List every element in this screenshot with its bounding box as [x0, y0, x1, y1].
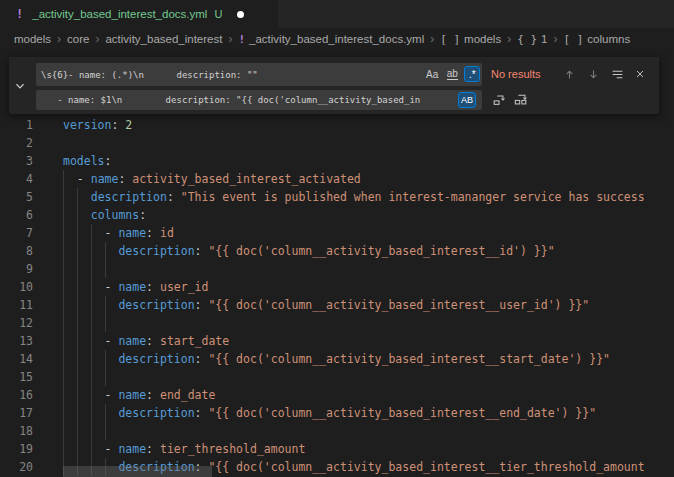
line-number[interactable]: 5 — [0, 188, 33, 206]
code-line[interactable]: 16 - name: end_date — [0, 386, 674, 404]
line-number[interactable]: 3 — [0, 152, 33, 170]
code-line-text: - name: tier_threshold_amount — [63, 440, 305, 458]
code-line[interactable]: 5 description: "This event is published … — [0, 188, 674, 206]
breadcrumb-item[interactable]: models — [14, 33, 51, 45]
code-line-text: description: "{{ doc('column__activity_b… — [63, 404, 596, 422]
symbol-array-icon: [ ] — [440, 33, 460, 46]
code-editor[interactable]: 1version: 223models:4 - name: activity_b… — [0, 50, 674, 477]
code-line[interactable]: 9 — [0, 260, 674, 278]
code-line[interactable]: 4 - name: activity_based_interest_activa… — [0, 170, 674, 188]
indent-guide — [105, 422, 106, 440]
code-line-text: description: "{{ doc('column__activity_b… — [63, 296, 589, 314]
toggle-replace-chevron-down-icon[interactable] — [11, 77, 29, 95]
breadcrumb-separator-icon: › — [553, 32, 557, 46]
previous-match-arrow-up-icon[interactable] — [560, 65, 578, 83]
code-line[interactable]: 14 description: "{{ doc('column__activit… — [0, 350, 674, 368]
breadcrumb-separator-icon: › — [57, 32, 61, 46]
code-line-text: columns: — [63, 206, 146, 224]
code-line-text: description: "{{ doc('column__activity_b… — [63, 242, 555, 260]
line-number[interactable]: 13 — [0, 332, 33, 350]
breadcrumb-item[interactable]: { }1 — [517, 33, 547, 46]
breadcrumb-label: columns — [587, 33, 630, 45]
line-number[interactable]: 2 — [0, 134, 33, 152]
find-in-selection-icon[interactable] — [608, 65, 626, 83]
breadcrumb: models›core›activity_based_interest›!_ac… — [0, 28, 674, 50]
line-number[interactable]: 20 — [0, 458, 33, 476]
replace-icon[interactable] — [490, 91, 508, 109]
code-line[interactable]: 17 description: "{{ doc('column__activit… — [0, 404, 674, 422]
code-line[interactable]: 11 description: "{{ doc('column__activit… — [0, 296, 674, 314]
indent-guide — [91, 368, 92, 386]
breadcrumb-item[interactable]: activity_based_interest — [105, 33, 222, 45]
code-line-text: models: — [63, 152, 111, 170]
breadcrumb-label: activity_based_interest — [105, 33, 222, 45]
next-match-arrow-down-icon[interactable] — [584, 65, 602, 83]
regex-toggle[interactable]: .* — [464, 66, 480, 82]
symbol-array-icon: [ ] — [563, 33, 583, 46]
line-number[interactable]: 4 — [0, 170, 33, 188]
line-number[interactable]: 19 — [0, 440, 33, 458]
code-area[interactable]: 1version: 223models:4 - name: activity_b… — [0, 116, 674, 476]
line-number[interactable]: 1 — [0, 116, 33, 134]
replace-all-icon[interactable] — [512, 91, 530, 109]
code-line[interactable]: 3models: — [0, 152, 674, 170]
breadcrumb-label: models — [14, 33, 51, 45]
code-line-text: description: "This event is published wh… — [63, 188, 645, 206]
line-number[interactable]: 11 — [0, 296, 33, 314]
code-line-text: description: "{{ doc('column__activity_b… — [63, 350, 610, 368]
breadcrumb-item[interactable]: !_activity_based_interest_docs.yml — [238, 33, 424, 46]
replace-input[interactable] — [36, 90, 482, 110]
indent-guide — [105, 314, 106, 332]
line-number[interactable]: 7 — [0, 224, 33, 242]
breadcrumb-label: core — [67, 33, 89, 45]
find-input[interactable] — [36, 63, 482, 86]
replace-options: AB — [458, 92, 476, 108]
indent-guide — [77, 368, 78, 386]
line-number[interactable]: 18 — [0, 422, 33, 440]
code-line-text: - name: end_date — [63, 386, 215, 404]
code-line[interactable]: 18 — [0, 422, 674, 440]
indent-guide — [91, 260, 92, 278]
tab-active-file[interactable]: ! _activity_based_interest_docs.yml U — [0, 0, 278, 28]
code-line[interactable]: 12 — [0, 314, 674, 332]
preserve-case-toggle[interactable]: AB — [458, 92, 476, 108]
line-number[interactable]: 17 — [0, 404, 33, 422]
tab-bar: ! _activity_based_interest_docs.yml U — [0, 0, 674, 28]
code-line[interactable]: 8 description: "{{ doc('column__activity… — [0, 242, 674, 260]
breadcrumb-item[interactable]: core — [67, 33, 89, 45]
line-number[interactable]: 6 — [0, 206, 33, 224]
breadcrumb-item[interactable]: [ ]models — [440, 33, 501, 46]
code-line[interactable]: 7 - name: id — [0, 224, 674, 242]
code-line[interactable]: 10 - name: user_id — [0, 278, 674, 296]
close-icon[interactable] — [631, 65, 649, 83]
indent-guide — [105, 260, 106, 278]
code-line-text: - name: id — [63, 224, 174, 242]
code-line-text: - name: user_id — [63, 278, 208, 296]
code-line[interactable]: 1version: 2 — [0, 116, 674, 134]
code-line[interactable]: 13 - name: start_date — [0, 332, 674, 350]
whole-word-toggle[interactable]: ab — [444, 66, 460, 82]
code-line[interactable]: 2 — [0, 134, 674, 152]
indent-guide — [77, 260, 78, 278]
breadcrumb-label: models — [464, 33, 501, 45]
indent-guide — [77, 314, 78, 332]
line-number[interactable]: 15 — [0, 368, 33, 386]
breadcrumb-label: 1 — [541, 33, 547, 45]
match-case-toggle[interactable]: Aa — [424, 66, 440, 82]
indent-guide — [105, 368, 106, 386]
indent-guide — [63, 422, 64, 440]
line-number[interactable]: 8 — [0, 242, 33, 260]
code-line[interactable]: 19 - name: tier_threshold_amount — [0, 440, 674, 458]
line-number[interactable]: 9 — [0, 260, 33, 278]
tab-title: _activity_based_interest_docs.yml — [32, 8, 207, 20]
code-line-text: - name: start_date — [63, 332, 229, 350]
line-number[interactable]: 14 — [0, 350, 33, 368]
horizontal-scrollbar-thumb[interactable] — [63, 466, 212, 477]
breadcrumb-item[interactable]: [ ]columns — [563, 33, 630, 46]
line-number[interactable]: 16 — [0, 386, 33, 404]
unsaved-changes-dot-icon[interactable] — [237, 11, 244, 18]
line-number[interactable]: 12 — [0, 314, 33, 332]
code-line[interactable]: 15 — [0, 368, 674, 386]
code-line[interactable]: 6 columns: — [0, 206, 674, 224]
line-number[interactable]: 10 — [0, 278, 33, 296]
